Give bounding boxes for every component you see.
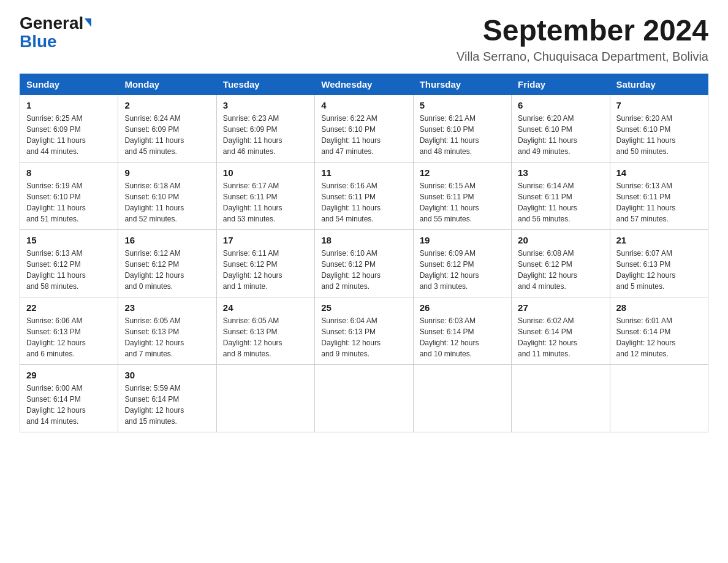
day-info: Sunrise: 6:22 AMSunset: 6:10 PMDaylight:… (321, 113, 406, 157)
day-info: Sunrise: 6:03 AMSunset: 6:14 PMDaylight:… (420, 315, 505, 359)
calendar-table: Sunday Monday Tuesday Wednesday Thursday… (20, 74, 708, 432)
calendar-day-cell: 1Sunrise: 6:25 AMSunset: 6:09 PMDaylight… (20, 94, 118, 162)
day-info: Sunrise: 6:00 AMSunset: 6:14 PMDaylight:… (26, 383, 112, 427)
day-number: 4 (321, 100, 406, 110)
calendar-day-cell: 27Sunrise: 6:02 AMSunset: 6:14 PMDayligh… (512, 297, 610, 364)
col-friday: Friday (512, 74, 610, 94)
day-number: 13 (518, 167, 603, 178)
day-info: Sunrise: 6:04 AMSunset: 6:13 PMDaylight:… (321, 315, 406, 359)
calendar-day-cell: 8Sunrise: 6:19 AMSunset: 6:10 PMDaylight… (20, 162, 118, 229)
calendar-day-cell (413, 364, 511, 432)
day-info: Sunrise: 6:18 AMSunset: 6:10 PMDaylight:… (124, 180, 210, 224)
day-info: Sunrise: 6:17 AMSunset: 6:11 PMDaylight:… (223, 180, 308, 224)
calendar-day-cell: 23Sunrise: 6:05 AMSunset: 6:13 PMDayligh… (118, 297, 216, 364)
calendar-day-cell: 24Sunrise: 6:05 AMSunset: 6:13 PMDayligh… (216, 297, 314, 364)
day-number: 9 (124, 167, 210, 178)
calendar-day-cell (315, 364, 413, 432)
day-info: Sunrise: 6:20 AMSunset: 6:10 PMDaylight:… (518, 113, 603, 157)
day-number: 30 (124, 370, 210, 380)
logo-blue: Blue (20, 32, 57, 52)
col-sunday: Sunday (20, 74, 118, 94)
calendar-day-cell: 29Sunrise: 6:00 AMSunset: 6:14 PMDayligh… (20, 364, 118, 432)
day-number: 26 (420, 302, 505, 313)
col-monday: Monday (118, 74, 216, 94)
calendar-week-row: 22Sunrise: 6:06 AMSunset: 6:13 PMDayligh… (20, 297, 708, 364)
day-number: 5 (420, 100, 505, 110)
calendar-day-cell: 18Sunrise: 6:10 AMSunset: 6:12 PMDayligh… (315, 229, 413, 297)
day-number: 10 (223, 167, 308, 178)
calendar-day-cell: 10Sunrise: 6:17 AMSunset: 6:11 PMDayligh… (216, 162, 314, 229)
day-info: Sunrise: 6:07 AMSunset: 6:13 PMDaylight:… (616, 248, 702, 292)
logo: General Blue (20, 15, 91, 52)
day-number: 23 (124, 302, 210, 313)
day-number: 1 (26, 100, 112, 110)
calendar-day-cell: 25Sunrise: 6:04 AMSunset: 6:13 PMDayligh… (315, 297, 413, 364)
day-info: Sunrise: 6:23 AMSunset: 6:09 PMDaylight:… (223, 113, 308, 157)
day-info: Sunrise: 6:24 AMSunset: 6:09 PMDaylight:… (124, 113, 210, 157)
day-info: Sunrise: 6:10 AMSunset: 6:12 PMDaylight:… (321, 248, 406, 292)
calendar-day-cell: 14Sunrise: 6:13 AMSunset: 6:11 PMDayligh… (610, 162, 708, 229)
day-number: 6 (518, 100, 603, 110)
page-header: General Blue September 2024 Villa Serran… (20, 15, 708, 64)
calendar-day-cell: 6Sunrise: 6:20 AMSunset: 6:10 PMDaylight… (512, 94, 610, 162)
day-number: 7 (616, 100, 702, 110)
day-info: Sunrise: 6:15 AMSunset: 6:11 PMDaylight:… (420, 180, 505, 224)
day-number: 12 (420, 167, 505, 178)
day-info: Sunrise: 6:12 AMSunset: 6:12 PMDaylight:… (124, 248, 210, 292)
col-tuesday: Tuesday (216, 74, 314, 94)
month-title: September 2024 (457, 15, 708, 47)
day-number: 3 (223, 100, 308, 110)
calendar-day-cell: 28Sunrise: 6:01 AMSunset: 6:14 PMDayligh… (610, 297, 708, 364)
calendar-day-cell: 7Sunrise: 6:20 AMSunset: 6:10 PMDaylight… (610, 94, 708, 162)
title-section: September 2024 Villa Serrano, Chuquisaca… (457, 15, 708, 64)
calendar-day-cell: 21Sunrise: 6:07 AMSunset: 6:13 PMDayligh… (610, 229, 708, 297)
calendar-day-cell: 11Sunrise: 6:16 AMSunset: 6:11 PMDayligh… (315, 162, 413, 229)
calendar-day-cell: 12Sunrise: 6:15 AMSunset: 6:11 PMDayligh… (413, 162, 511, 229)
day-number: 2 (124, 100, 210, 110)
day-info: Sunrise: 6:09 AMSunset: 6:12 PMDaylight:… (420, 248, 505, 292)
day-info: Sunrise: 6:21 AMSunset: 6:10 PMDaylight:… (420, 113, 505, 157)
day-info: Sunrise: 6:11 AMSunset: 6:12 PMDaylight:… (223, 248, 308, 292)
calendar-day-cell: 16Sunrise: 6:12 AMSunset: 6:12 PMDayligh… (118, 229, 216, 297)
day-number: 22 (26, 302, 112, 313)
day-number: 28 (616, 302, 702, 313)
calendar-day-cell: 20Sunrise: 6:08 AMSunset: 6:12 PMDayligh… (512, 229, 610, 297)
day-number: 14 (616, 167, 702, 178)
day-info: Sunrise: 6:08 AMSunset: 6:12 PMDaylight:… (518, 248, 603, 292)
day-info: Sunrise: 6:20 AMSunset: 6:10 PMDaylight:… (616, 113, 702, 157)
calendar-day-cell (216, 364, 314, 432)
day-number: 17 (223, 235, 308, 245)
day-info: Sunrise: 6:02 AMSunset: 6:14 PMDaylight:… (518, 315, 603, 359)
day-number: 24 (223, 302, 308, 313)
logo-arrow-icon (85, 18, 91, 27)
col-wednesday: Wednesday (315, 74, 413, 94)
day-info: Sunrise: 6:25 AMSunset: 6:09 PMDaylight:… (26, 113, 112, 157)
calendar-day-cell: 2Sunrise: 6:24 AMSunset: 6:09 PMDaylight… (118, 94, 216, 162)
calendar-header-row: Sunday Monday Tuesday Wednesday Thursday… (20, 74, 708, 94)
calendar-day-cell: 5Sunrise: 6:21 AMSunset: 6:10 PMDaylight… (413, 94, 511, 162)
calendar-day-cell: 15Sunrise: 6:13 AMSunset: 6:12 PMDayligh… (20, 229, 118, 297)
logo-general: General (20, 15, 83, 32)
calendar-day-cell: 22Sunrise: 6:06 AMSunset: 6:13 PMDayligh… (20, 297, 118, 364)
day-info: Sunrise: 6:01 AMSunset: 6:14 PMDaylight:… (616, 315, 702, 359)
day-number: 11 (321, 167, 406, 178)
calendar-week-row: 29Sunrise: 6:00 AMSunset: 6:14 PMDayligh… (20, 364, 708, 432)
day-info: Sunrise: 6:16 AMSunset: 6:11 PMDaylight:… (321, 180, 406, 224)
day-info: Sunrise: 6:13 AMSunset: 6:11 PMDaylight:… (616, 180, 702, 224)
day-info: Sunrise: 6:06 AMSunset: 6:13 PMDaylight:… (26, 315, 112, 359)
location-title: Villa Serrano, Chuquisaca Department, Bo… (457, 50, 708, 64)
calendar-day-cell: 4Sunrise: 6:22 AMSunset: 6:10 PMDaylight… (315, 94, 413, 162)
day-number: 21 (616, 235, 702, 245)
day-info: Sunrise: 6:05 AMSunset: 6:13 PMDaylight:… (223, 315, 308, 359)
calendar-day-cell: 26Sunrise: 6:03 AMSunset: 6:14 PMDayligh… (413, 297, 511, 364)
calendar-week-row: 8Sunrise: 6:19 AMSunset: 6:10 PMDaylight… (20, 162, 708, 229)
day-info: Sunrise: 5:59 AMSunset: 6:14 PMDaylight:… (124, 383, 210, 427)
day-number: 20 (518, 235, 603, 245)
day-info: Sunrise: 6:19 AMSunset: 6:10 PMDaylight:… (26, 180, 112, 224)
day-number: 8 (26, 167, 112, 178)
calendar-day-cell: 17Sunrise: 6:11 AMSunset: 6:12 PMDayligh… (216, 229, 314, 297)
calendar-day-cell (512, 364, 610, 432)
day-number: 25 (321, 302, 406, 313)
day-number: 29 (26, 370, 112, 380)
calendar-day-cell: 30Sunrise: 5:59 AMSunset: 6:14 PMDayligh… (118, 364, 216, 432)
